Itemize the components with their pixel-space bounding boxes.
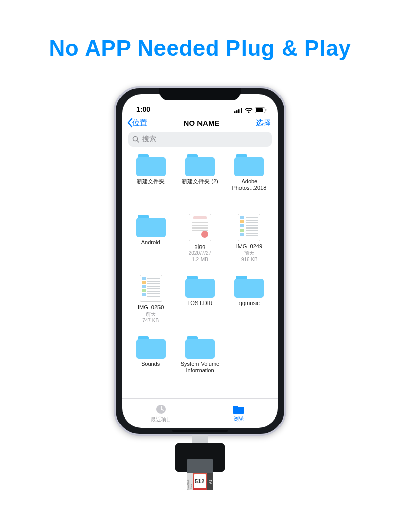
tab-recent[interactable]: 最近项目 xyxy=(122,399,200,428)
signal-icon xyxy=(234,108,243,113)
status-time: 1:00 xyxy=(136,105,150,113)
image-thumbnail-icon xyxy=(140,275,162,302)
notch xyxy=(159,88,241,100)
svg-line-8 xyxy=(137,141,139,143)
file-item[interactable]: System Volume Information xyxy=(177,335,223,374)
folder-icon xyxy=(185,153,215,176)
marketing-headline: No APP Needed Plug & Play xyxy=(0,0,400,61)
folder-icon xyxy=(136,214,166,237)
page-title: NO NAME xyxy=(184,119,220,127)
folder-icon xyxy=(234,275,264,298)
file-name: qqmusic xyxy=(239,300,260,307)
svg-rect-3 xyxy=(241,108,242,113)
file-meta: 916 KB xyxy=(241,257,258,263)
file-name: IMG_0250 xyxy=(138,304,164,311)
file-item[interactable]: IMG_0250前天747 KB xyxy=(128,275,174,324)
folder-icon xyxy=(234,153,264,176)
search-input[interactable]: 搜索 xyxy=(128,132,272,147)
back-button[interactable]: 位置 xyxy=(126,118,147,128)
file-name: gjgg xyxy=(195,243,206,250)
tab-recent-label: 最近项目 xyxy=(151,416,171,423)
file-name: Android xyxy=(141,239,161,246)
select-button[interactable]: 选择 xyxy=(256,118,271,128)
file-name: 新建文件夹 xyxy=(137,178,165,185)
file-name: 新建文件夹 (2) xyxy=(182,178,218,185)
back-label: 位置 xyxy=(132,118,147,128)
file-name: IMG_0249 xyxy=(236,243,262,250)
file-item[interactable]: Sounds xyxy=(128,335,174,367)
file-item[interactable]: IMG_0249前天916 KB xyxy=(226,214,272,263)
file-meta: 2020/7/27 xyxy=(189,250,212,256)
file-item[interactable]: 新建文件夹 xyxy=(128,153,174,185)
image-thumbnail-icon xyxy=(238,214,260,241)
clock-icon xyxy=(155,404,167,415)
card-reader-adapter: SanDisk Ultra 512 A1 xyxy=(175,435,225,472)
sd-spec: A1 xyxy=(207,473,213,490)
folder-icon xyxy=(185,335,215,359)
search-icon xyxy=(132,136,139,143)
svg-rect-0 xyxy=(234,111,236,113)
svg-rect-1 xyxy=(236,110,238,113)
file-meta: 747 KB xyxy=(142,318,159,324)
file-meta: 前天 xyxy=(244,250,254,256)
file-item[interactable]: 新建文件夹 (2) xyxy=(177,153,223,185)
screen: 1:00 位置 NO NAME xyxy=(122,94,278,428)
file-meta: 前天 xyxy=(146,311,156,317)
nav-bar: 位置 NO NAME 选择 xyxy=(122,115,278,132)
file-name: Adobe Photos...2018 xyxy=(226,178,272,192)
file-item[interactable]: Android xyxy=(128,214,174,246)
svg-rect-5 xyxy=(256,108,263,112)
sd-card: SanDisk Ultra 512 A1 xyxy=(187,459,213,490)
folder-icon xyxy=(136,335,166,359)
file-name: LOST.DIR xyxy=(187,300,213,307)
svg-rect-2 xyxy=(238,109,240,113)
home-indicator xyxy=(172,430,228,432)
files-grid[interactable]: 新建文件夹新建文件夹 (2)Adobe Photos...2018Android… xyxy=(122,151,278,398)
phone-mockup: 1:00 位置 NO NAME xyxy=(114,86,286,472)
phone-frame: 1:00 位置 NO NAME xyxy=(114,86,286,436)
search-placeholder: 搜索 xyxy=(142,135,156,144)
folder-icon xyxy=(233,404,245,414)
file-name: Sounds xyxy=(141,361,160,367)
sd-brand: SanDisk Ultra xyxy=(187,473,193,490)
document-icon xyxy=(189,214,211,241)
file-meta: 1.2 MB xyxy=(192,257,208,263)
folder-icon xyxy=(136,153,166,176)
sd-capacity: 512 xyxy=(194,474,206,488)
tab-bar: 最近项目 浏览 xyxy=(122,398,278,428)
file-item[interactable]: qqmusic xyxy=(226,275,272,307)
file-name: System Volume Information xyxy=(177,361,223,374)
tab-browse[interactable]: 浏览 xyxy=(200,399,278,428)
battery-icon xyxy=(255,107,267,113)
folder-icon xyxy=(185,275,215,298)
wifi-icon xyxy=(245,108,253,113)
svg-rect-6 xyxy=(266,109,267,112)
file-item[interactable]: Adobe Photos...2018 xyxy=(226,153,272,192)
tab-browse-label: 浏览 xyxy=(234,415,244,423)
file-item[interactable]: LOST.DIR xyxy=(177,275,223,307)
file-item[interactable]: gjgg2020/7/271.2 MB xyxy=(177,214,223,263)
